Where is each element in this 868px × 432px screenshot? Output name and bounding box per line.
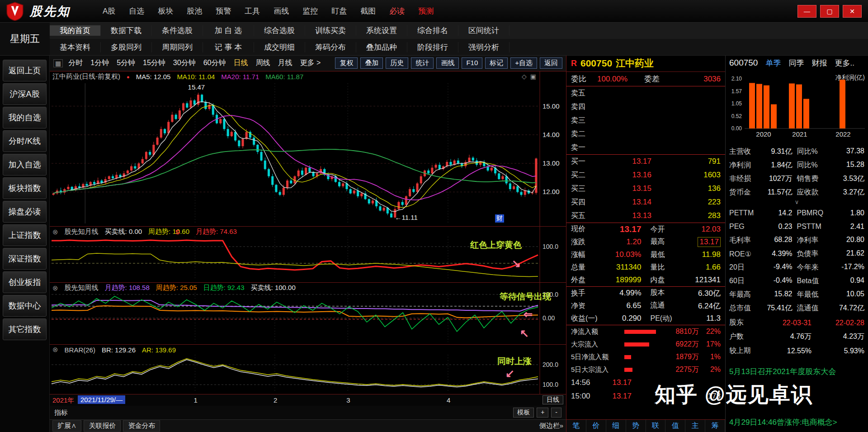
news-line-1[interactable]: 5月13日召开2021年度股东大会 <box>729 366 836 377</box>
ask-row[interactable]: 卖一 <box>566 141 725 154</box>
news-line-2[interactable]: 4月29日14:46曾涨停:电商概念> <box>729 417 837 427</box>
sidebar-item-创业板指[interactable]: 创业板指 <box>3 271 47 293</box>
sidebar-item-操盘必读[interactable]: 操盘必读 <box>3 201 47 223</box>
menu-item-预警[interactable]: 预警 <box>216 6 231 16</box>
toolbar-item-记事本[interactable]: 记 事 本 <box>203 42 254 52</box>
chart-button-统计[interactable]: 统计 <box>411 57 434 69</box>
period-tab-日线[interactable]: 日线 <box>233 58 248 68</box>
zoom-in-button[interactable]: + <box>537 408 548 418</box>
toolbar-item-训练买卖[interactable]: 训练买卖 <box>305 25 356 36</box>
quote-tab-价[interactable]: 价 <box>586 420 606 432</box>
minimize-button[interactable]: — <box>797 5 816 18</box>
menu-item-A股[interactable]: A股 <box>103 6 115 16</box>
toolbar-item-周期同列[interactable]: 周期同列 <box>152 42 203 52</box>
footer-tab-资金分布[interactable]: 资金分布 <box>123 420 160 432</box>
sidebar-item-上证指数[interactable]: 上证指数 <box>3 224 47 246</box>
sidebar-item-其它指数[interactable]: 其它指数 <box>3 318 47 340</box>
toolbar-item-条件选股[interactable]: 条件选股 <box>152 25 203 36</box>
chart-button-+自选[interactable]: +自选 <box>510 57 537 69</box>
toolbar-item-成交明细[interactable]: 成交明细 <box>254 42 305 52</box>
quote-tab-筹[interactable]: 筹 <box>705 420 725 432</box>
toolbar-item-基本资料[interactable]: 基本资料 <box>50 42 101 52</box>
toolbar-item-阶段排行[interactable]: 阶段排行 <box>407 42 458 52</box>
footer-tab-关联报价[interactable]: 关联报价 <box>84 420 121 432</box>
menu-item-监控[interactable]: 监控 <box>302 6 318 16</box>
zoom-out-button[interactable]: - <box>551 408 561 418</box>
quote-tab-联[interactable]: 联 <box>646 420 666 432</box>
menu-item-盯盘[interactable]: 盯盘 <box>331 6 347 16</box>
finance-badge[interactable]: 财 <box>495 214 504 223</box>
period-tab-30分钟[interactable]: 30分钟 <box>173 58 196 68</box>
quote-tab-笔[interactable]: 笔 <box>566 420 586 432</box>
bid-row[interactable]: 买三13.15136 <box>566 182 725 195</box>
period-tab-更多 >[interactable]: 更多 > <box>300 58 321 68</box>
menu-item-自选[interactable]: 自选 <box>129 6 144 16</box>
ask-row[interactable]: 卖三 <box>566 114 725 127</box>
quote-tab-势[interactable]: 势 <box>626 420 646 432</box>
finance-tab-更多..[interactable]: 更多.. <box>835 58 854 68</box>
period-tab-60分钟[interactable]: 60分钟 <box>203 58 226 68</box>
toolbar-item-我的首页[interactable]: 我的首页 <box>50 25 101 36</box>
quote-tab-主[interactable]: 主 <box>685 420 705 432</box>
axis-period-box[interactable]: 日线 <box>542 395 563 404</box>
toolbar-item-综合排名[interactable]: 综合排名 <box>407 25 458 36</box>
chart-button-画线[interactable]: 画线 <box>436 57 459 69</box>
toolbar-item-强弱分析[interactable]: 强弱分析 <box>458 42 509 52</box>
menu-item-板块[interactable]: 板块 <box>158 6 173 16</box>
collapse-circle-icon[interactable]: ⊗ <box>52 346 58 354</box>
bid-row[interactable]: 买四13.14223 <box>566 195 725 209</box>
toolbar-item-系统设置[interactable]: 系统设置 <box>356 25 407 36</box>
kline-chart[interactable]: 15.0014.0013.0012.0015.47←11.11 <box>50 71 566 226</box>
bid-row[interactable]: 买五13.13283 <box>566 209 725 223</box>
chart-button-F10[interactable]: F10 <box>462 57 482 69</box>
diamond-icon[interactable]: ◇ <box>522 73 527 80</box>
period-tab-1分钟[interactable]: 1分钟 <box>90 58 109 68</box>
menu-item-预测[interactable]: 预测 <box>418 6 434 16</box>
sidebar-item-数据中心[interactable]: 数据中心 <box>3 295 47 317</box>
finance-tab-同季[interactable]: 同季 <box>788 58 804 68</box>
period-tab-分时[interactable]: 分时 <box>68 58 83 68</box>
toolbar-item-数据下载[interactable]: 数据下载 <box>101 25 152 36</box>
ask-row[interactable]: 卖四 <box>566 100 725 114</box>
net-profit-bar-chart[interactable]: 2.101.571.050.520.00净利润(亿)202020212022 <box>726 71 868 143</box>
template-button[interactable]: 模板 <box>513 408 534 418</box>
finance-tab-单季[interactable]: 单季 <box>765 58 781 68</box>
toolbar-item-叠加品种[interactable]: 叠加品种 <box>356 42 407 52</box>
axis-start-date[interactable]: 2021/11/29/— <box>78 395 125 404</box>
chart-button-历史[interactable]: 历史 <box>386 57 408 69</box>
chart-button-标记[interactable]: 标记 <box>485 57 508 69</box>
bid-row[interactable]: 买一13.17791 <box>566 155 725 168</box>
quote-tab-值[interactable]: 值 <box>665 420 685 432</box>
sidebar-item-我的自选[interactable]: 我的自选 <box>3 107 47 128</box>
menu-item-必读[interactable]: 必读 <box>389 6 405 16</box>
menu-item-画线[interactable]: 画线 <box>274 6 289 16</box>
collapse-circle-icon[interactable]: ⊗ <box>52 228 58 236</box>
toolbar-item-多股同列[interactable]: 多股同列 <box>101 42 152 52</box>
period-tab-周线[interactable]: 周线 <box>255 58 270 68</box>
bid-row[interactable]: 买二13.161603 <box>566 168 725 182</box>
maximize-button[interactable]: ▢ <box>820 5 839 18</box>
chart-button-叠加[interactable]: 叠加 <box>360 57 383 69</box>
ask-row[interactable]: 卖五 <box>566 86 725 100</box>
chart-button-返回[interactable]: 返回 <box>540 57 562 69</box>
toolbar-item-区间统计[interactable]: 区间统计 <box>458 25 509 36</box>
finance-tab-财报[interactable]: 财报 <box>811 58 827 68</box>
toolbar-item-综合选股[interactable]: 综合选股 <box>254 25 305 36</box>
footer-tab-扩展∧[interactable]: 扩展∧ <box>52 420 81 432</box>
collapse-chevron-icon[interactable]: ∨ <box>726 199 868 205</box>
toolbar-item-加自选[interactable]: 加 自 选 <box>203 25 254 36</box>
menu-item-截图[interactable]: 截图 <box>360 6 376 16</box>
zoom-box-icon[interactable]: ▣ <box>530 73 536 80</box>
sidebar-item-板块指数[interactable]: 板块指数 <box>3 177 47 199</box>
sidebar-item-沪深A股[interactable]: 沪深A股 <box>3 83 47 105</box>
sidebar-toggle[interactable]: 侧边栏» <box>539 422 563 430</box>
period-tab-15分钟[interactable]: 15分钟 <box>143 58 165 68</box>
menu-item-工具[interactable]: 工具 <box>245 6 260 16</box>
chart-button-复权[interactable]: 复权 <box>335 57 358 69</box>
grid-layout-icon[interactable]: ▦ <box>53 59 63 67</box>
period-tab-月线[interactable]: 月线 <box>278 58 292 68</box>
collapse-circle-icon[interactable]: ⊗ <box>52 284 58 292</box>
quote-tab-细[interactable]: 细 <box>606 420 626 432</box>
sidebar-item-深证指数[interactable]: 深证指数 <box>3 248 47 270</box>
sidebar-item-分时/K线[interactable]: 分时/K线 <box>3 130 47 152</box>
